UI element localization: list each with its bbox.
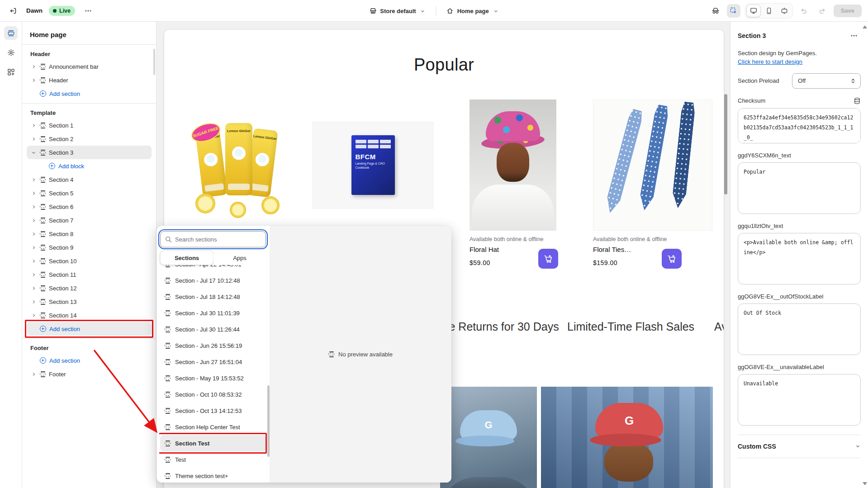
store-selector[interactable]: Store default [365,5,429,17]
section-icon [40,313,46,318]
section-item-label: Section - May 19 15:53:52 [175,375,244,382]
section-list-item[interactable]: Theme section test+ [160,468,266,483]
footer-add-section-button[interactable]: Add section [27,354,152,367]
sidebar-item-section-5[interactable]: Section 5 [27,186,152,200]
rail-sections-button[interactable] [4,26,18,40]
sidebar-item-section-10[interactable]: Section 10 [27,254,152,268]
product-image-red-cap[interactable]: G [541,387,713,488]
add-block-button[interactable]: Add block [27,159,152,173]
preview-scrollbar[interactable] [724,94,727,194]
topbar: Dawn Live Store default Home page [0,0,868,22]
sidebar-item-section-3[interactable]: Section 3 [27,146,152,159]
checksum-textarea[interactable]: 6253ffa2a4ef34e5835d58c34e93602ca12b0213… [738,108,861,143]
undo-button[interactable] [797,4,811,18]
section-list-item[interactable]: Section Help Center Test [160,419,266,435]
section-list-item-section-test[interactable]: Section Test [160,435,266,451]
section-icon [165,278,171,284]
rail-settings-button[interactable] [4,46,18,59]
text-field-textarea[interactable]: Unavailable [738,374,861,426]
sidebar-item-section-13[interactable]: Section 13 [27,295,152,308]
select-tool-button[interactable] [727,4,740,18]
device-desktop-button[interactable] [746,5,761,17]
search-sections-input[interactable] [175,236,261,243]
section-list-item[interactable]: Section - May 19 15:53:52 [160,370,266,386]
custom-css-toggle[interactable]: Custom CSS [738,435,861,458]
product-image-floral-hat[interactable] [470,99,556,231]
model-face [497,143,529,182]
section-list-item[interactable]: Section - Jul 17 10:12:48 [160,272,266,289]
section-list-item[interactable]: Test [160,451,266,468]
section-icon [40,136,46,142]
section-list-item[interactable]: Section - Apr 22 14:43:01 [160,265,266,272]
cart-plus-icon [667,254,676,263]
can-band [204,183,224,192]
template-add-section-button[interactable]: Add section [27,322,152,336]
sidebar-scrollbar[interactable] [153,49,155,75]
save-button[interactable]: Save [834,5,862,17]
text-field-textarea[interactable]: <p>Available both online &amp; offline</… [738,233,861,284]
section-list-item[interactable]: Section - Oct 10 08:53:32 [160,386,266,403]
popup-tabs: Sections Apps [160,251,266,265]
device-mobile-button[interactable] [762,5,776,17]
sidebar-item-section-14[interactable]: Section 14 [27,308,152,322]
page-selector[interactable]: Home page [443,5,503,17]
product-title-link[interactable]: Floral Hat [470,246,578,253]
text-field-textarea[interactable]: Popular [738,162,861,214]
section-list-item[interactable]: Section - Jul 18 14:12:48 [160,289,266,305]
sidebar-item-section-12[interactable]: Section 12 [27,281,152,295]
sidebar-item-label: Section 3 [49,149,73,156]
sidebar-item-section-4[interactable]: Section 4 [27,173,152,186]
device-fullscreen-button[interactable] [777,5,792,17]
redo-button[interactable] [816,4,829,18]
scrollbar-up-arrow[interactable] [863,25,867,28]
section-list-item[interactable]: Section - Oct 13 14:12:53 [160,403,266,419]
add-to-cart-button-floral-ties[interactable] [662,249,682,269]
popup-list-scrollbar[interactable] [267,385,270,457]
sidebar-item-section-2[interactable]: Section 2 [27,132,152,146]
sidebar-item-section-1[interactable]: Section 1 [27,118,152,132]
add-circle-icon [40,326,46,332]
panel-more-actions-button[interactable] [847,29,861,43]
scrollbar-down-arrow[interactable] [863,482,867,485]
section-icon [40,64,46,70]
caret-updown-icon [850,78,856,84]
tab-apps[interactable]: Apps [213,251,266,265]
tab-sections[interactable]: Sections [160,251,213,265]
exit-editor-button[interactable] [6,4,20,18]
section-icon [40,190,46,196]
section-list-item[interactable]: Section - Jul 30 11:26:44 [160,321,266,337]
chevron-right-icon [30,136,37,142]
sidebar-item-label: Section 13 [49,298,76,305]
rail-apps-button[interactable] [4,65,18,79]
product-image-floral-ties[interactable] [593,99,712,231]
text-field-textarea[interactable]: Out Of Stock [738,303,861,355]
chevron-right-icon [30,271,37,278]
sidebar-item-section-6[interactable]: Section 6 [27,200,152,213]
start-design-link[interactable]: Click here to start design [738,58,802,65]
section-list-item[interactable]: Section - Jul 30 11:01:39 [160,305,266,321]
section-list-item[interactable]: Section - Jun 27 16:51:04 [160,354,266,370]
product-image-bfcm-book[interactable]: BFCM Landing Page & CRO Cookbook [313,122,433,208]
section-icon [40,245,46,251]
product-title-link[interactable]: Floral Ties… [593,246,702,253]
sidebar-item-section-9[interactable]: Section 9 [27,241,152,254]
sidebar-item-footer[interactable]: Footer [27,367,152,381]
inspect-preview-button[interactable] [709,4,722,18]
header-add-section-button[interactable]: Add section [27,87,152,100]
add-circle-icon [49,163,55,169]
add-to-cart-button-floral-hat[interactable] [538,249,558,269]
sidebar-item-section-7[interactable]: Section 7 [27,213,152,227]
section-icon [165,392,171,398]
sidebar-item-header[interactable]: Header [27,73,152,87]
product-image-blue-cap[interactable]: G [440,387,537,488]
lemon-slice [195,194,215,213]
theme-more-actions-button[interactable] [81,4,95,18]
sidebar-item-announcement-bar[interactable]: Announcement bar [27,60,152,73]
section-icon [40,371,46,377]
section-preload-select[interactable]: Off [792,73,861,89]
sidebar-item-section-8[interactable]: Section 8 [27,227,152,241]
sidebar-item-section-11[interactable]: Section 11 [27,268,152,281]
product-image-lemon-cans[interactable]: SUGAR FREE Lemon GInGer Lemon GInGer Lem… [191,99,288,228]
section-list-item[interactable]: Section - Jun 26 15:56:19 [160,337,266,354]
ellipsis-icon [85,7,92,14]
